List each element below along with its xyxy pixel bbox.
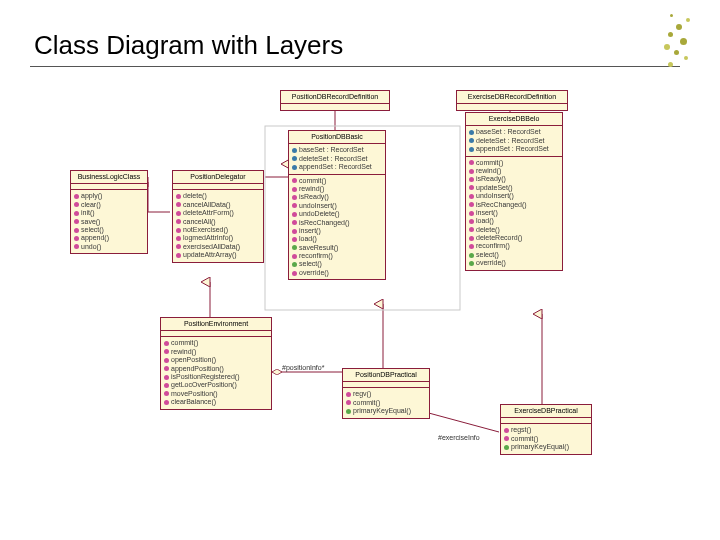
class-name: PositionDBBasic — [289, 131, 385, 144]
assoc-label-positioninfo: #positionInfo* — [282, 364, 324, 371]
class-name: ExerciseDBPractical — [501, 405, 591, 418]
class-exercise-db-belo: ExerciseDBBelo baseSet : RecordSet delet… — [465, 112, 563, 271]
class-name: ExerciseDBRecordDefinition — [457, 91, 567, 104]
svg-line-10 — [425, 412, 499, 432]
class-position-db-basic: PositionDBBasic baseSet : RecordSet dele… — [288, 130, 386, 280]
operations: commit() rewind() isReady() updateSet() … — [466, 157, 562, 270]
operations: commit() rewind() isReady() undoInsert()… — [289, 175, 385, 280]
class-position-db-record-definition: PositionDBRecordDefinition — [280, 90, 390, 111]
class-name: PositionDelegator — [173, 171, 263, 184]
title-underline — [30, 66, 680, 67]
operations: regv() commit() primaryKeyEqual() — [343, 388, 429, 417]
page-title: Class Diagram with Layers — [34, 30, 343, 61]
class-name: PositionDBRecordDefinition — [281, 91, 389, 104]
operations: commit() rewind() openPosition() appendP… — [161, 337, 271, 408]
class-name: PositionDBPractical — [343, 369, 429, 382]
class-name: BusinessLogicClass — [71, 171, 147, 184]
operations: apply() clear() init() save() select() a… — [71, 190, 147, 253]
class-name: PositionEnvironment — [161, 318, 271, 331]
attributes: baseSet : RecordSet deleteSet : RecordSe… — [466, 126, 562, 156]
class-position-environment: PositionEnvironment commit() rewind() op… — [160, 317, 272, 410]
class-exercise-db-practical: ExerciseDBPractical regst() commit() pri… — [500, 404, 592, 455]
class-business-logic-class: BusinessLogicClass apply() clear() init(… — [70, 170, 148, 254]
class-position-delegator: PositionDelegator delete() cancelAllData… — [172, 170, 264, 263]
diagram-canvas: PositionDBRecordDefinition ExerciseDBRec… — [40, 82, 680, 522]
assoc-label-exerciseinfo: #exerciseInfo — [438, 434, 480, 441]
class-name: ExerciseDBBelo — [466, 113, 562, 126]
class-exercise-db-record-definition: ExerciseDBRecordDefinition — [456, 90, 568, 111]
operations: delete() cancelAllData() deleteAttrForm(… — [173, 190, 263, 261]
class-position-db-practical: PositionDBPractical regv() commit() prim… — [342, 368, 430, 419]
decorative-dots — [646, 14, 700, 74]
attributes: baseSet : RecordSet deleteSet : RecordSe… — [289, 144, 385, 174]
operations: regst() commit() primaryKeyEqual() — [501, 424, 591, 453]
